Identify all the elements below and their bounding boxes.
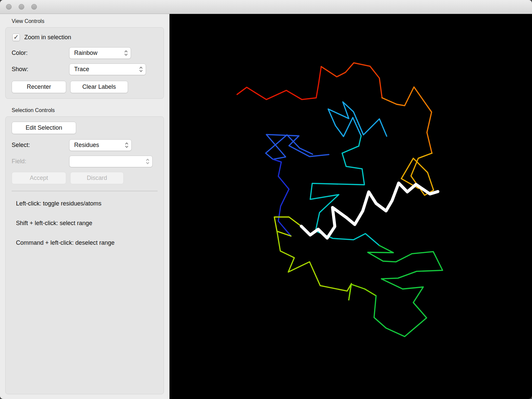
select-popup-value: Residues <box>74 142 99 149</box>
titlebar[interactable] <box>0 0 532 14</box>
trace-segment-lime-connector[interactable] <box>349 284 376 300</box>
selection-controls-title: Selection Controls <box>12 107 169 113</box>
show-popup-value: Trace <box>74 66 89 73</box>
divider <box>12 191 158 191</box>
accept-discard-row: Accept Discard <box>12 172 158 184</box>
view-controls-panel: ✓ Zoom in selection Color: Rainbow <box>5 27 164 99</box>
view-buttons-row: Recenter Clear Labels <box>12 81 158 93</box>
color-popup[interactable]: Rainbow <box>69 47 131 59</box>
field-label: Field: <box>12 158 69 165</box>
window-content: View Controls ✓ Zoom in selection Color:… <box>0 14 532 399</box>
trace-segment-orange-right[interactable] <box>382 87 432 153</box>
traffic-lights <box>6 4 37 10</box>
select-popup[interactable]: Residues <box>69 139 132 151</box>
clear-labels-button[interactable]: Clear Labels <box>70 81 128 93</box>
sidebar: View Controls ✓ Zoom in selection Color:… <box>0 14 170 399</box>
trace-segment-blue-cluster[interactable] <box>266 135 329 160</box>
close-button[interactable] <box>6 4 12 10</box>
accept-button: Accept <box>12 172 66 184</box>
field-row: Field: <box>12 156 158 167</box>
recenter-button[interactable]: Recenter <box>12 81 66 93</box>
help-line-shift-click: Shift + left-click: select range <box>16 220 158 227</box>
help-line-command-click: Command + left-click: deselect range <box>16 239 158 246</box>
zoom-in-selection-label: Zoom in selection <box>24 34 71 41</box>
trace-segment-green-bottom[interactable] <box>368 245 443 336</box>
protein-trace-svg <box>170 14 532 399</box>
up-down-chevron-icon <box>124 49 128 57</box>
zoom-button[interactable] <box>31 4 37 10</box>
zoom-in-selection-checkbox[interactable]: ✓ Zoom in selection <box>12 34 158 41</box>
up-down-chevron-icon <box>145 158 150 165</box>
trace-segment-yellowgreen-descend[interactable] <box>277 231 351 300</box>
trace-segment-skyblue-cluster[interactable] <box>328 102 387 136</box>
show-popup[interactable]: Trace <box>69 64 146 75</box>
color-label: Color: <box>12 50 69 57</box>
checkbox-box[interactable]: ✓ <box>12 34 20 41</box>
select-label: Select: <box>12 142 69 149</box>
minimize-button[interactable] <box>19 4 24 10</box>
select-row: Select: Residues <box>12 139 158 151</box>
trace-segment-red-orange-top[interactable] <box>321 63 382 98</box>
color-row: Color: Rainbow <box>12 47 158 59</box>
selection-controls-panel: Edit Selection Select: Residues Field: <box>5 116 164 394</box>
trace-segment-red-n-terminus[interactable] <box>237 66 321 99</box>
view-controls-title: View Controls <box>12 18 169 24</box>
show-label: Show: <box>12 66 69 73</box>
show-row: Show: Trace <box>12 64 158 75</box>
up-down-chevron-icon <box>124 141 129 149</box>
app-window: View Controls ✓ Zoom in selection Color:… <box>0 0 532 399</box>
check-icon: ✓ <box>14 34 19 40</box>
discard-button: Discard <box>70 172 124 184</box>
edit-selection-button[interactable]: Edit Selection <box>12 122 76 134</box>
help-line-left-click: Left-click: toggle residues/atoms <box>16 200 158 207</box>
field-popup <box>69 156 153 167</box>
viewport[interactable] <box>170 14 532 399</box>
up-down-chevron-icon <box>139 66 143 73</box>
color-popup-value: Rainbow <box>74 50 97 57</box>
